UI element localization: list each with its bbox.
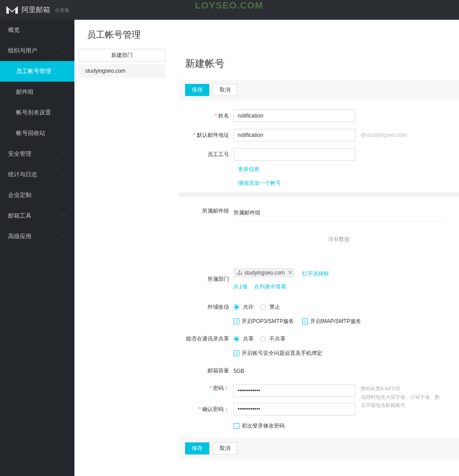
empno-label: 员工工号: [185, 151, 234, 158]
ext-recv-label: 外域收信: [185, 303, 234, 311]
view-list-link[interactable]: 在列表中查看: [254, 284, 286, 290]
name-input[interactable]: [234, 109, 355, 122]
security-q-checkbox[interactable]: [234, 350, 239, 356]
dept-label: 所属部门: [185, 275, 234, 283]
sidebar-item-stats[interactable]: 统计与日志 ﹀: [0, 164, 74, 185]
share-label: 能否在通讯录共享: [185, 335, 234, 343]
page-title: 员工帐号管理: [74, 20, 459, 49]
top-action-bar: 保存 取消: [179, 79, 459, 100]
share-no-radio[interactable]: [260, 336, 266, 342]
bottom-action-bar: 保存 取消: [179, 438, 459, 459]
chevron-down-icon: ﹀: [61, 171, 66, 178]
mailgroup-empty-box: 没有数据: [234, 221, 444, 257]
brand-sub: 企业版: [55, 7, 69, 13]
pw-hint: 密码长度8-64字符 须同时包含大写字母、小写字母、数 且不能包含邮箱账号: [361, 384, 440, 410]
add-another-link[interactable]: 继续添加一个帐号: [238, 179, 453, 187]
share-no-label: 不共享: [269, 335, 286, 343]
mail-logo-icon: [5, 5, 19, 14]
panel-title: 新建帐号: [179, 49, 459, 79]
department-column: 新建部门 studyingseo.com: [78, 49, 179, 476]
mailgroup-value: 所属邮件组: [234, 207, 453, 218]
dept-list-item[interactable]: studyingseo.com: [78, 64, 165, 78]
count-link[interactable]: 共1项: [234, 284, 247, 290]
imap-checkbox[interactable]: [302, 319, 308, 324]
brand-logo: 阿里邮箱 企业版: [5, 5, 69, 15]
sidebar-item-mailgroup[interactable]: 邮件组: [0, 82, 74, 102]
pop3-checkbox[interactable]: [234, 319, 239, 324]
share-yes-label: 共享: [243, 335, 254, 343]
first-login-label: 初次登录修改密码: [242, 422, 285, 430]
save-button[interactable]: 保存: [185, 84, 209, 96]
sidebar-item-customize[interactable]: 企业定制 ﹀: [0, 185, 74, 205]
security-q-label: 开启账号安全问题设置及手机绑定: [242, 349, 322, 357]
name-label: *姓名: [185, 112, 234, 120]
svg-rect-0: [239, 271, 240, 272]
capacity-label: 邮箱容量: [185, 367, 234, 375]
allow-label: 允许: [243, 303, 254, 311]
sidebar-item-overview[interactable]: 概览: [0, 20, 74, 40]
sidebar-item-alias[interactable]: 帐号别名设置: [0, 102, 74, 123]
chevron-up-icon: ︿: [61, 48, 66, 54]
email-domain-suffix: @studyingseo.com: [361, 132, 407, 138]
dept-tag: studyingseo.com ✕: [234, 268, 294, 278]
cancel-button[interactable]: 取消: [213, 84, 237, 96]
svg-rect-3: [241, 273, 242, 275]
mailgroup-label: 所属邮件组: [185, 207, 234, 215]
sitemap-icon: [237, 271, 242, 275]
content-panel: 员工帐号管理 新建部门 studyingseo.com 新建帐号 保存 取消 *…: [74, 20, 459, 476]
close-icon[interactable]: ✕: [288, 269, 293, 276]
email-input[interactable]: [234, 129, 355, 141]
svg-rect-1: [237, 273, 238, 275]
chevron-down-icon: ﹀: [61, 192, 66, 199]
save-button-bottom[interactable]: 保存: [185, 442, 209, 454]
svg-rect-2: [239, 273, 240, 275]
imap-label: 开启IMAP/SMTP服务: [310, 318, 361, 325]
sidebar-item-org-users[interactable]: 组织与用户 ︿: [0, 40, 74, 61]
sidebar-item-account-mgmt[interactable]: 员工帐号管理: [0, 61, 74, 82]
capacity-value: 5GB: [234, 368, 453, 374]
password-input[interactable]: [234, 384, 355, 397]
app-header: 阿里邮箱 企业版 LOYSEO.COM: [0, 0, 459, 20]
chevron-down-icon: ﹀: [61, 151, 66, 157]
sidebar-item-recycle[interactable]: 帐号回收站: [0, 123, 74, 144]
brand-name: 阿里邮箱: [22, 5, 50, 15]
forbid-label: 禁止: [269, 303, 280, 311]
chevron-down-icon: ﹀: [61, 213, 66, 219]
watermark-text: LOYSEO.COM: [195, 0, 263, 11]
pw-confirm-label: *确认密码：: [185, 406, 234, 413]
sidebar-item-mailtools[interactable]: 邮箱工具 ﹀: [0, 205, 74, 226]
first-login-checkbox[interactable]: [234, 423, 239, 429]
cancel-button-bottom[interactable]: 取消: [213, 442, 237, 454]
sidebar-item-security[interactable]: 安全管理 ﹀: [0, 144, 74, 164]
new-dept-button[interactable]: 新建部门: [78, 49, 165, 61]
pop3-label: 开启POP3/SMTP服务: [242, 318, 294, 325]
form-panel: 新建帐号 保存 取消 *姓名 *默认邮件地址 @study: [179, 49, 459, 476]
password-confirm-input[interactable]: [234, 403, 355, 415]
sidebar-nav: 概览 组织与用户 ︿ 员工帐号管理 邮件组 帐号别名设置 帐号回收站 安全管理 …: [0, 20, 74, 476]
chevron-down-icon: ﹀: [61, 233, 66, 240]
sidebar-item-advanced[interactable]: 高级应用 ﹀: [0, 226, 74, 247]
more-info-link[interactable]: 更多信息: [238, 166, 453, 173]
open-selector-link[interactable]: 打开选择框: [302, 271, 329, 277]
divider: [179, 192, 459, 197]
share-yes-radio[interactable]: [234, 336, 239, 342]
allow-radio[interactable]: [234, 304, 239, 310]
pw-label: *密码：: [185, 384, 234, 392]
forbid-radio[interactable]: [260, 304, 266, 310]
empno-input[interactable]: [234, 148, 355, 161]
email-label: *默认邮件地址: [185, 131, 234, 139]
